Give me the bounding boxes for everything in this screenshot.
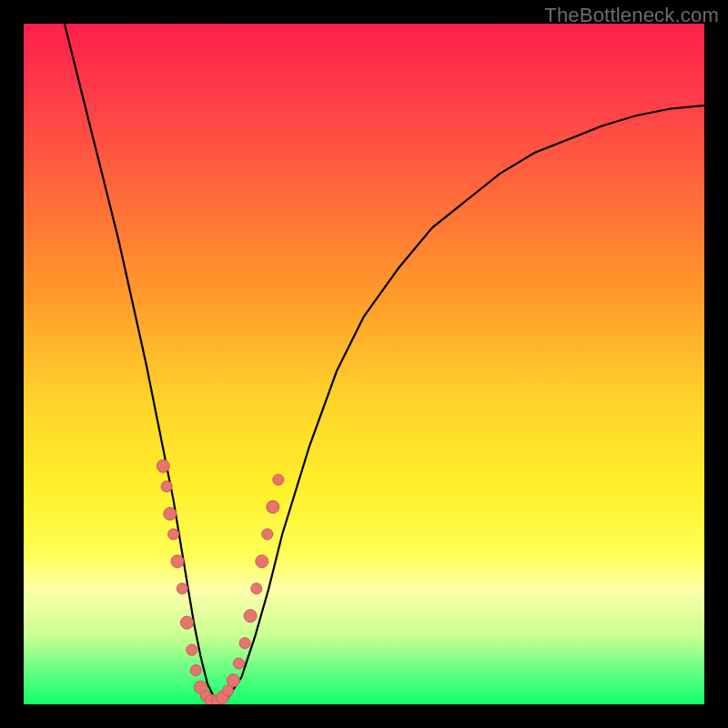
highlight-dot bbox=[256, 555, 268, 568]
chart-frame bbox=[24, 24, 704, 704]
highlight-dot bbox=[181, 616, 194, 629]
highlight-dot bbox=[227, 674, 239, 687]
highlight-dot bbox=[239, 638, 250, 649]
highlight-dot bbox=[171, 555, 184, 568]
highlight-dot bbox=[187, 644, 197, 655]
highlight-dot bbox=[273, 474, 284, 485]
highlight-dot bbox=[251, 583, 262, 594]
highlight-dot bbox=[168, 529, 179, 540]
highlight-dot bbox=[164, 508, 177, 521]
watermark-text: TheBottleneck.com bbox=[544, 4, 719, 27]
highlight-dot bbox=[177, 583, 187, 594]
highlight-dot bbox=[157, 460, 169, 472]
bottleneck-chart bbox=[24, 24, 704, 704]
highlight-dot bbox=[161, 481, 172, 492]
highlight-dot bbox=[267, 500, 279, 513]
highlight-dot bbox=[233, 658, 244, 669]
highlight-dot bbox=[244, 610, 257, 622]
highlight-dot bbox=[190, 665, 201, 676]
highlight-dot bbox=[262, 529, 273, 540]
